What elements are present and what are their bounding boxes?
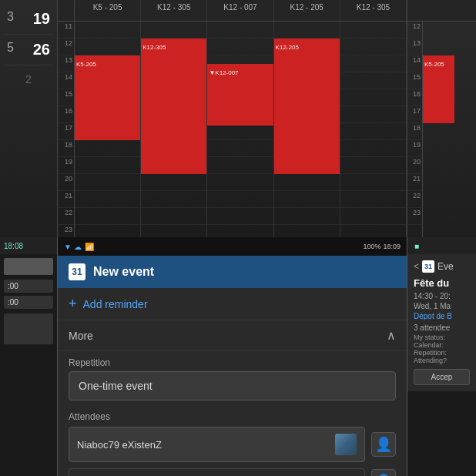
right-event-detail: < 31 Eve Fête du 14:30 - 20: Wed, 1 Ma D…: [407, 254, 476, 391]
right-event-day: Wed, 1 Ma: [414, 302, 470, 310]
add-person-icon: 👤: [375, 436, 392, 453]
attendees-section: Attendees Niaboc79 eXistenZ 👤 Optional: [58, 408, 407, 476]
left-day-panel: 3 19 5 26 2: [0, 0, 58, 239]
day-row-1: 3 19: [4, 4, 53, 35]
calendar-time-grid: 11 12 13 14 15 16 17 18 19 20 21 22 23: [58, 22, 407, 239]
right-status-bar: ■: [407, 237, 476, 254]
right-status-indicator: ■: [411, 242, 422, 250]
sim-icon: ▼ ☁: [64, 243, 82, 251]
status-right-icons: 100% 18:09: [363, 243, 401, 250]
plus-icon: +: [69, 296, 77, 312]
day-num-3: 3: [7, 10, 14, 28]
repetition-dropdown[interactable]: One-time event: [69, 371, 396, 401]
right-event-time: 14:30 - 20:: [414, 292, 470, 300]
avatar-image: [335, 434, 357, 455]
right-panel-header: < 31 Eve: [414, 260, 470, 273]
day-row-2: 5 26: [4, 35, 53, 65]
attendees-label: Attendees: [69, 408, 396, 427]
status-left-icons: ▼ ☁ 📶: [64, 243, 94, 251]
status-time: 18:09: [383, 243, 401, 250]
day-num-2: 2: [4, 65, 53, 93]
optional-input[interactable]: Optional: [69, 468, 365, 476]
right-attending: Attending?: [414, 357, 470, 364]
time-column: 11 12 13 14 15 16 17 18 19 20 21 22 23: [58, 22, 75, 239]
top-calendar-row: 3 19 5 26 2 K5 - 205 K12 - 305 K12 - 007…: [0, 0, 476, 239]
new-event-dialog-container: ▼ ☁ 📶 100% 18:09 31 New event + Add remi…: [58, 237, 407, 476]
day-col-4[interactable]: K12-205: [274, 22, 340, 239]
event-bar-col3[interactable]: ▼K12-007: [207, 64, 273, 126]
event-bar-col4[interactable]: K12-205: [274, 39, 340, 174]
wifi-icon: 📶: [85, 243, 94, 251]
header-col-2: K12 - 305: [141, 0, 207, 21]
right-calendar: Calendar:: [414, 341, 470, 349]
more-section-row[interactable]: More ∧: [58, 320, 407, 351]
right-calendar-icon: 31: [422, 260, 434, 273]
attendee-row-2: Optional 👤: [69, 468, 396, 476]
day-col-2[interactable]: K12-305: [141, 22, 207, 239]
day-num-19: 19: [33, 10, 50, 28]
accept-button[interactable]: Accep: [414, 369, 470, 385]
add-person-icon-2: 👤: [375, 473, 392, 477]
add-attendee-button-2[interactable]: 👤: [371, 469, 396, 477]
repetition-label: Repetition: [58, 351, 407, 371]
event-bar-col2[interactable]: K12-305: [141, 39, 206, 174]
dialog-title: New event: [93, 265, 154, 279]
right-screen-title: Eve: [437, 261, 454, 272]
day-col-5[interactable]: [340, 22, 407, 239]
add-reminder-label: Add reminder: [83, 298, 148, 310]
right-event-location[interactable]: Dépot de B: [414, 312, 470, 320]
day-num-26: 26: [33, 41, 50, 59]
more-label: More: [69, 330, 93, 342]
attendee-avatar: [335, 434, 357, 455]
new-event-form: 31 New event + Add reminder More ∧ Repet…: [58, 256, 407, 476]
day-col-3[interactable]: ▼K12-007: [207, 22, 273, 239]
attendee-input-1[interactable]: Niaboc79 eXistenZ: [69, 427, 365, 462]
bottom-row: 18:08 :00 :00 ▼ ☁ 📶 100% 18:09 31 New ev…: [0, 237, 476, 476]
battery-percent: 100%: [363, 243, 380, 250]
right-attendees: 3 attendee: [414, 323, 470, 332]
add-attendee-button-1[interactable]: 👤: [371, 432, 396, 457]
attendee-name-text: Niaboc79 eXistenZ: [77, 439, 330, 451]
left-phone-panel: 18:08 :00 :00: [0, 237, 58, 476]
right-event-bar[interactable]: K5-205: [423, 55, 454, 123]
right-event-name: Fête du: [414, 277, 470, 289]
right-calendar-panel: 12 13 14 15 16 17 18 19 20 21 22 23 K5-2…: [407, 0, 476, 239]
right-phone-panel: ■ < 31 Eve Fête du 14:30 - 20: Wed, 1 Ma…: [407, 237, 476, 476]
right-repetition: Repetition:: [414, 349, 470, 357]
right-my-status: My status:: [414, 334, 470, 341]
event-bar-col1[interactable]: K5-205: [75, 55, 140, 140]
main-calendar-grid[interactable]: K5 - 205 K12 - 305 K12 - 007 K12 - 205 K…: [58, 0, 407, 239]
day-col-1[interactable]: K5-205: [75, 22, 141, 239]
left-status-bar: 18:08: [0, 237, 57, 254]
header-col-3: K12 - 007: [207, 0, 273, 21]
header-col-1: K5 - 205: [75, 0, 141, 21]
header-col-4: K12 - 205: [274, 0, 340, 21]
center-status-bar: ▼ ☁ 📶 100% 18:09: [58, 237, 407, 256]
left-phone-content: :00 :00: [0, 254, 57, 348]
calendar-icon: 31: [69, 263, 85, 280]
chevron-up-icon: ∧: [387, 328, 396, 343]
dialog-title-bar: 31 New event: [58, 256, 407, 288]
day-num-5: 5: [7, 41, 14, 59]
time-item-1: :00: [4, 280, 53, 293]
header-col-5: K12 - 305: [340, 0, 407, 21]
calendar-header-row: K5 - 205 K12 - 305 K12 - 007 K12 - 205 K…: [58, 0, 407, 22]
add-reminder-row[interactable]: + Add reminder: [58, 288, 407, 320]
attendee-row-1: Niaboc79 eXistenZ 👤: [69, 427, 396, 462]
back-arrow[interactable]: <: [414, 261, 419, 272]
time-item-2: :00: [4, 296, 53, 309]
left-status-time: 18:08: [4, 242, 23, 250]
